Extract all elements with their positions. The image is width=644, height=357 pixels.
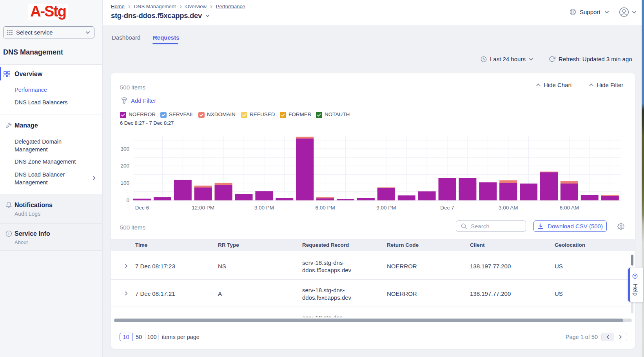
- svg-text:3:00 AM: 3:00 AM: [499, 205, 518, 211]
- svg-text:6:00 PM: 6:00 PM: [315, 205, 335, 211]
- svg-text:Dec 7: Dec 7: [440, 205, 454, 211]
- svg-text:100: 100: [120, 180, 129, 186]
- svg-text:12:00 PM: 12:00 PM: [192, 205, 214, 211]
- svg-text:9:00 PM: 9:00 PM: [376, 205, 396, 211]
- svg-text:0: 0: [126, 197, 129, 203]
- svg-text:200: 200: [120, 163, 129, 169]
- svg-text:3:00 PM: 3:00 PM: [254, 205, 274, 211]
- svg-text:Dec 6: Dec 6: [135, 205, 149, 211]
- svg-text:300: 300: [120, 146, 129, 152]
- svg-text:6:00 AM: 6:00 AM: [560, 205, 579, 211]
